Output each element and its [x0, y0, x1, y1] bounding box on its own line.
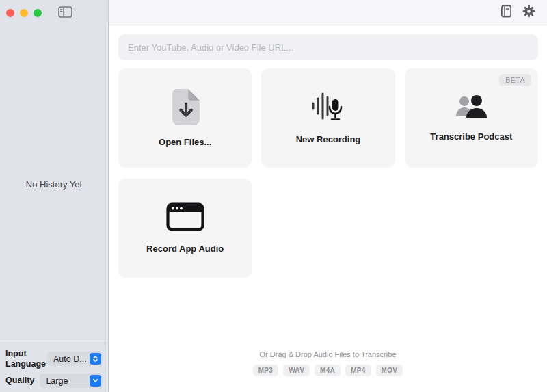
format-badge: MP3 — [253, 365, 278, 376]
card-label: Open Files... — [159, 137, 211, 147]
history-empty-state: No History Yet — [0, 25, 108, 343]
dropzone: Or Drag & Drop Audio Files to Transcribe… — [109, 350, 547, 376]
format-badge: MP4 — [345, 365, 371, 376]
transcript-library-button[interactable] — [501, 5, 512, 20]
card-label: Transcribe Podcast — [430, 131, 512, 142]
quality-label: Quality — [5, 376, 34, 385]
dropzone-hint: Or Drag & Drop Audio Files to Transcribe — [109, 350, 547, 358]
main-area: Open Files... New — [109, 0, 547, 392]
sidebar-titlebar — [0, 0, 108, 25]
people-icon — [455, 94, 488, 121]
transcript-library-icon — [501, 5, 512, 20]
action-cards: Open Files... New — [118, 68, 538, 278]
file-download-icon — [171, 89, 200, 127]
zoom-window-button[interactable] — [34, 9, 42, 17]
quality-dropdown[interactable]: Large — [40, 374, 103, 388]
sidebar-toggle-icon — [58, 6, 72, 20]
main-titlebar — [109, 0, 547, 25]
url-input[interactable] — [118, 34, 538, 60]
format-badges: MP3 WAV M4A MP4 MOV — [109, 365, 547, 376]
beta-badge: BETA — [499, 74, 531, 86]
history-sidebar: No History Yet Input Language Auto D... … — [0, 0, 109, 392]
open-files-card[interactable]: Open Files... — [118, 68, 252, 168]
input-language-value: Auto D... — [53, 354, 86, 364]
format-badge: M4A — [315, 365, 341, 376]
transcription-settings: Input Language Auto D... Quality Large — [0, 343, 108, 392]
stepper-updown-icon — [90, 353, 101, 365]
new-recording-card[interactable]: New Recording — [261, 68, 395, 168]
main-content: Open Files... New — [109, 25, 547, 392]
input-language-row: Input Language Auto D... — [5, 349, 103, 369]
record-app-audio-card[interactable]: Record App Audio — [118, 179, 252, 278]
quality-value: Large — [46, 376, 68, 386]
card-label: New Recording — [296, 134, 361, 144]
window-controls — [6, 9, 42, 17]
waveform-microphone-icon — [310, 92, 346, 124]
app-window: No History Yet Input Language Auto D... … — [0, 0, 547, 392]
sidebar-toggle-button[interactable] — [58, 6, 72, 20]
format-badge: MOV — [376, 365, 403, 376]
input-language-label: Input Language — [5, 349, 47, 369]
app-window-icon — [166, 202, 204, 233]
card-label: Record App Audio — [146, 244, 224, 254]
quality-row: Quality Large — [5, 374, 103, 388]
minimize-window-button[interactable] — [20, 9, 28, 17]
settings-button[interactable] — [522, 5, 535, 20]
settings-gear-icon — [522, 5, 535, 20]
format-badge: WAV — [283, 365, 310, 376]
transcribe-podcast-card[interactable]: BETA Transcribe Podcast — [405, 68, 538, 168]
close-window-button[interactable] — [6, 9, 14, 17]
chevron-down-icon — [90, 375, 101, 387]
input-language-popup[interactable]: Auto D... — [47, 352, 103, 366]
